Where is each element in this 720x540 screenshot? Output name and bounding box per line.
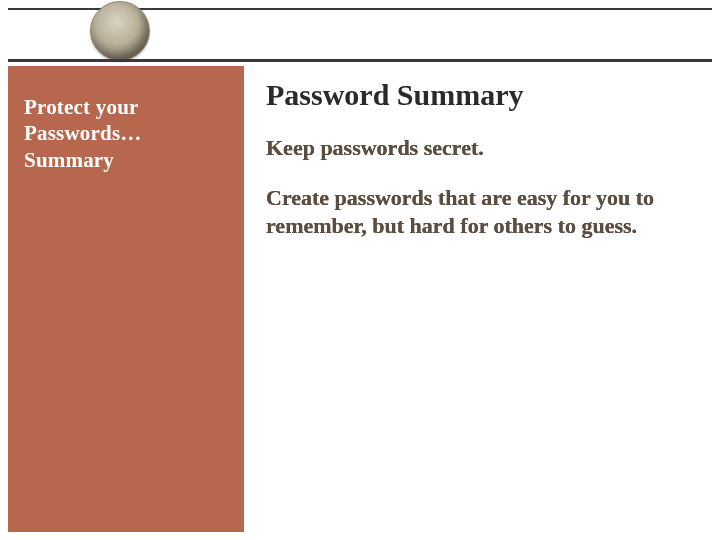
- main-content: Password Summary Keep passwords secret. …: [244, 66, 712, 532]
- badge-icon: [90, 1, 150, 61]
- main-title: Password Summary: [266, 78, 690, 112]
- sidebar-title: Protect your Passwords… Summary: [24, 94, 228, 173]
- header-band: [0, 0, 720, 62]
- slide: Protect your Passwords… Summary Password…: [0, 0, 720, 540]
- bottom-rule: [8, 59, 712, 62]
- slide-body: Protect your Passwords… Summary Password…: [0, 62, 720, 540]
- bullet-point: Keep passwords secret.: [266, 134, 690, 162]
- bullet-point: Create passwords that are easy for you t…: [266, 184, 690, 240]
- sidebar: Protect your Passwords… Summary: [8, 66, 244, 532]
